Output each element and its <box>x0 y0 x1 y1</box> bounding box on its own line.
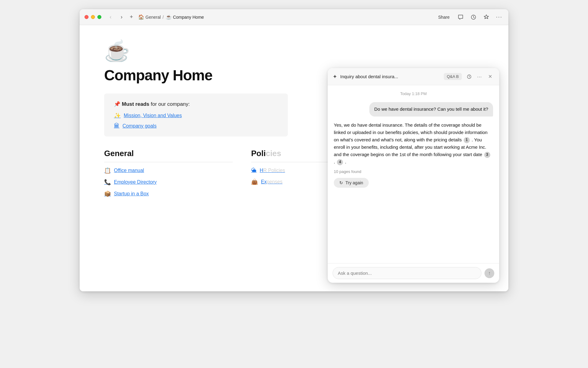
ai-sparkle-icon: ✦ <box>333 73 337 80</box>
employee-directory-icon: 📞 <box>104 179 111 186</box>
hr-label: HR Policies <box>260 168 285 173</box>
chat-send-button[interactable]: ↑ <box>484 268 494 278</box>
sparkles-icon: ✨ <box>114 112 121 119</box>
general-section-title: General <box>104 149 233 162</box>
employee-directory-item[interactable]: 📞 Employee Directory <box>104 179 233 186</box>
traffic-lights <box>85 15 101 19</box>
close-button[interactable] <box>85 15 89 19</box>
history-icon <box>470 14 477 20</box>
more-icon: ··· <box>496 14 502 20</box>
employee-directory-label: Employee Directory <box>114 179 157 185</box>
chat-input-area: ↑ <box>328 263 499 283</box>
startup-box-icon: 📦 <box>104 190 111 197</box>
send-icon: ↑ <box>488 270 491 276</box>
history-icon <box>467 74 472 79</box>
page-content: Company Home 📌 Must reads for our compan… <box>80 25 508 291</box>
must-reads-item-mission[interactable]: ✨ Mission, Vision and Values <box>114 112 278 119</box>
try-again-button[interactable]: ↻ Try again <box>334 178 369 188</box>
titlebar: ‹ › + 🏠 General / ☕ Company Home Share <box>80 9 508 25</box>
more-options-button[interactable]: ··· <box>495 13 503 21</box>
citation-4[interactable]: 4 <box>337 159 343 165</box>
nav-forward-icon: › <box>121 14 123 20</box>
chat-input[interactable] <box>333 267 481 279</box>
star-icon <box>483 14 489 20</box>
must-reads-suffix: for our company: <box>149 101 190 107</box>
nav-back-button[interactable]: ‹ <box>106 13 115 21</box>
chat-messages: Today 1:18 PM Do we have dental insuranc… <box>328 85 499 263</box>
chat-panel: ✦ Inquiry about dental insura... Q&A B ·… <box>328 68 499 283</box>
chat-header-actions: ··· ✕ <box>465 72 494 81</box>
coffee-cup-image <box>104 37 129 62</box>
comment-icon <box>458 14 464 20</box>
chat-title: Inquiry about dental insura... <box>340 74 441 79</box>
chat-tab-label[interactable]: Q&A B <box>444 73 462 80</box>
share-button[interactable]: Share <box>436 13 452 21</box>
office-manual-item[interactable]: 📋 Office manual <box>104 167 233 174</box>
add-icon: + <box>130 14 133 20</box>
home-icon: 🏠 <box>138 14 144 20</box>
cloud-icon: 🌥 <box>251 167 257 174</box>
minimize-button[interactable] <box>91 15 95 19</box>
close-icon: ✕ <box>488 74 492 79</box>
try-again-label: Try again <box>345 180 363 185</box>
must-reads-mission-label: Mission, Vision and Values <box>124 113 182 118</box>
startup-in-a-box-label: Startup in a Box <box>114 191 149 197</box>
add-page-button[interactable]: + <box>127 13 136 21</box>
bank-icon: 🏛 <box>114 123 119 129</box>
page-emoji-icon: ☕ <box>166 14 172 20</box>
chat-history-button[interactable] <box>465 72 473 81</box>
must-reads-item-goals[interactable]: 🏛 Company goals <box>114 123 278 129</box>
period-separator: . <box>334 159 335 164</box>
titlebar-actions: Share ··· <box>436 13 503 21</box>
refresh-icon: ↻ <box>339 180 343 185</box>
nav-controls: ‹ › <box>106 13 126 21</box>
must-reads-section: 📌 Must reads for our company: ✨ Mission,… <box>104 94 288 136</box>
must-reads-header: 📌 Must reads for our company: <box>114 101 278 107</box>
nav-back-icon: ‹ <box>110 14 111 20</box>
comments-button[interactable] <box>456 13 465 21</box>
breadcrumb-separator: / <box>163 15 164 20</box>
must-reads-label: Must reads <box>122 101 149 107</box>
general-items: 📋 Office manual 📞 Employee Directory 📦 S… <box>104 167 233 197</box>
breadcrumb-section[interactable]: General <box>145 15 161 20</box>
fullscreen-button[interactable] <box>97 15 101 19</box>
page-icon <box>104 37 484 62</box>
expenses-label: Expenses <box>261 179 282 185</box>
history-button[interactable] <box>469 13 478 21</box>
chat-more-button[interactable]: ··· <box>475 72 484 81</box>
citation-3[interactable]: 3 <box>484 152 490 158</box>
chat-header: ✦ Inquiry about dental insura... Q&A B ·… <box>328 68 499 85</box>
breadcrumb: 🏠 General / ☕ Company Home <box>138 14 204 20</box>
chat-close-button[interactable]: ✕ <box>486 72 494 81</box>
ai-response-suffix2: . <box>345 159 346 164</box>
office-manual-icon: 📋 <box>104 167 111 174</box>
general-section: General 📋 Office manual 📞 Employee Direc… <box>104 149 233 202</box>
bag-icon: 👜 <box>251 178 258 185</box>
must-reads-goals-label: Company goals <box>123 123 156 129</box>
ai-response: Yes, we do have dental insurance. The de… <box>334 121 493 188</box>
user-message: Do we have dental insurance? Can you tel… <box>369 102 493 117</box>
nav-forward-button[interactable]: › <box>117 13 126 21</box>
startup-in-a-box-item[interactable]: 📦 Startup in a Box <box>104 190 233 197</box>
chat-timestamp: Today 1:18 PM <box>334 91 493 96</box>
favorite-button[interactable] <box>482 13 491 21</box>
main-window: ‹ › + 🏠 General / ☕ Company Home Share <box>80 9 508 291</box>
citation-1[interactable]: 1 <box>464 137 470 143</box>
breadcrumb-current-page: Company Home <box>173 15 204 20</box>
pages-found-count: 10 pages found <box>334 169 493 175</box>
more-dots-icon: ··· <box>477 74 482 79</box>
office-manual-label: Office manual <box>114 168 144 173</box>
